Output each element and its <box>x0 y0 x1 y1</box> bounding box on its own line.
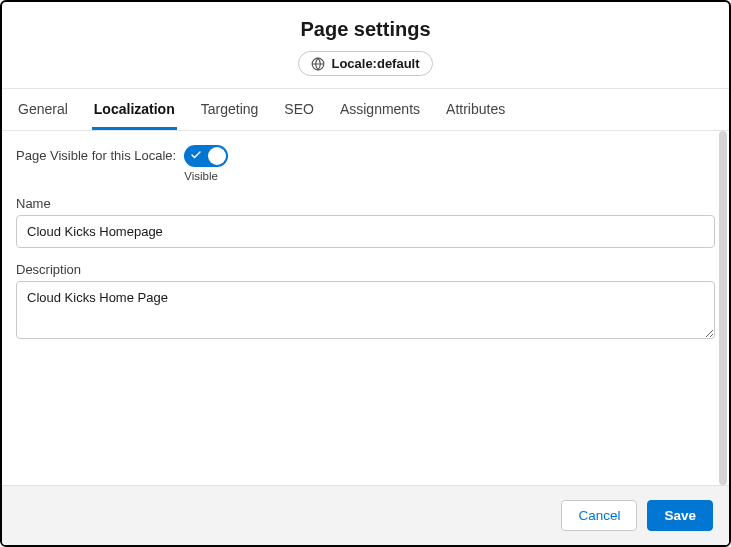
tab-seo[interactable]: SEO <box>282 89 316 130</box>
visibility-label: Page Visible for this Locale: <box>16 145 176 163</box>
description-field: Description <box>16 262 715 342</box>
locale-badge[interactable]: Locale:default <box>298 51 432 76</box>
tab-attributes[interactable]: Attributes <box>444 89 507 130</box>
name-label: Name <box>16 196 715 211</box>
visibility-status: Visible <box>184 170 218 182</box>
content-area: Page Visible for this Locale: Visible Na… <box>2 131 729 485</box>
locale-label: Locale:default <box>331 56 419 71</box>
tab-targeting[interactable]: Targeting <box>199 89 261 130</box>
tabs-container: General Localization Targeting SEO Assig… <box>2 88 729 131</box>
tab-localization[interactable]: Localization <box>92 89 177 130</box>
visibility-row: Page Visible for this Locale: Visible <box>16 145 715 182</box>
tab-general[interactable]: General <box>16 89 70 130</box>
page-title: Page settings <box>2 18 729 41</box>
cancel-button[interactable]: Cancel <box>561 500 637 531</box>
tab-assignments[interactable]: Assignments <box>338 89 422 130</box>
check-icon <box>190 149 202 161</box>
tabs: General Localization Targeting SEO Assig… <box>2 89 729 130</box>
visibility-toggle[interactable] <box>184 145 228 167</box>
modal-header: Page settings Locale:default <box>2 2 729 88</box>
scrollbar[interactable] <box>719 131 727 485</box>
save-button[interactable]: Save <box>647 500 713 531</box>
page-settings-modal: Page settings Locale:default General Loc… <box>0 0 731 547</box>
globe-icon <box>311 57 325 71</box>
toggle-knob <box>208 147 226 165</box>
description-input[interactable] <box>16 281 715 339</box>
description-label: Description <box>16 262 715 277</box>
modal-footer: Cancel Save <box>2 485 729 545</box>
name-field: Name <box>16 196 715 248</box>
name-input[interactable] <box>16 215 715 248</box>
